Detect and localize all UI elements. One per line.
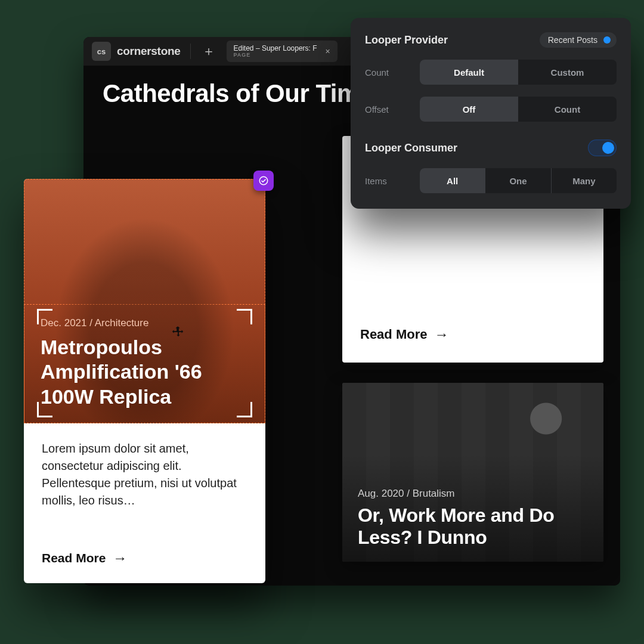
selected-card-body: Lorem ipsum dolor sit amet, consectetur …	[24, 423, 265, 583]
items-option-many[interactable]: Many	[552, 168, 617, 193]
close-icon[interactable]: ×	[323, 45, 333, 57]
provider-type-pill[interactable]: Recent Posts	[540, 32, 617, 48]
provider-type-label: Recent Posts	[548, 35, 597, 45]
arrow-right-icon: →	[113, 551, 127, 565]
items-label: Items	[365, 176, 420, 186]
count-label: Count	[365, 67, 420, 78]
tab-subtitle: PAGE	[234, 52, 317, 58]
post-meta: Dec. 2021 / Architecture	[41, 317, 249, 329]
offset-label: Offset	[365, 104, 420, 114]
read-more-label: Read More	[360, 327, 427, 342]
offset-option-off[interactable]: Off	[420, 97, 518, 122]
items-option-all[interactable]: All	[420, 168, 485, 193]
document-tab[interactable]: Edited – Super Loopers: F PAGE ×	[227, 41, 338, 62]
post-meta: Aug. 2020 / Brutalism	[358, 488, 588, 500]
divider	[190, 44, 191, 59]
status-dot-icon	[603, 36, 611, 44]
panel-heading-provider: Looper Provider	[365, 34, 448, 47]
read-more-link[interactable]: Read More →	[360, 327, 586, 342]
read-more-label: Read More	[42, 551, 106, 565]
selected-card-hero[interactable]: Dec. 2021 / Architecture Metropoulos Amp…	[24, 179, 265, 423]
post-title: Or, Work More and Do Less? I Dunno	[358, 504, 588, 549]
count-option-default[interactable]: Default	[420, 60, 518, 85]
offset-segmented-control[interactable]: Off Count	[420, 97, 617, 122]
post-title[interactable]: Metropoulos Amplification '66 100W Repli…	[41, 335, 249, 409]
read-more-link[interactable]: Read More →	[42, 551, 247, 565]
items-segmented-control[interactable]: All One Many	[420, 168, 617, 193]
count-segmented-control[interactable]: Default Custom	[420, 60, 617, 85]
app-name: cornerstone	[117, 45, 181, 58]
svg-point-0	[259, 177, 268, 185]
count-option-custom[interactable]: Custom	[518, 60, 617, 85]
check-circle-icon	[258, 175, 269, 186]
tab-title: Edited – Super Loopers: F	[234, 45, 317, 52]
consumer-toggle[interactable]	[588, 140, 617, 156]
items-option-one[interactable]: One	[485, 168, 550, 193]
post-excerpt: Lorem ipsum dolor sit amet, consectetur …	[42, 440, 247, 509]
app-logo-icon: cs	[92, 42, 111, 61]
toggle-knob-icon	[602, 142, 614, 154]
featured-post-card[interactable]: Aug. 2020 / Brutalism Or, Work More and …	[342, 383, 603, 562]
arrow-right-icon: →	[434, 327, 448, 342]
panel-heading-consumer: Looper Consumer	[365, 142, 457, 154]
looper-settings-panel: Looper Provider Recent Posts Count Defau…	[351, 18, 631, 209]
element-badge[interactable]	[253, 171, 274, 191]
selected-post-card[interactable]: Dec. 2021 / Architecture Metropoulos Amp…	[24, 179, 265, 583]
new-tab-button[interactable]: ＋	[200, 43, 217, 60]
offset-option-count[interactable]: Count	[518, 97, 617, 122]
